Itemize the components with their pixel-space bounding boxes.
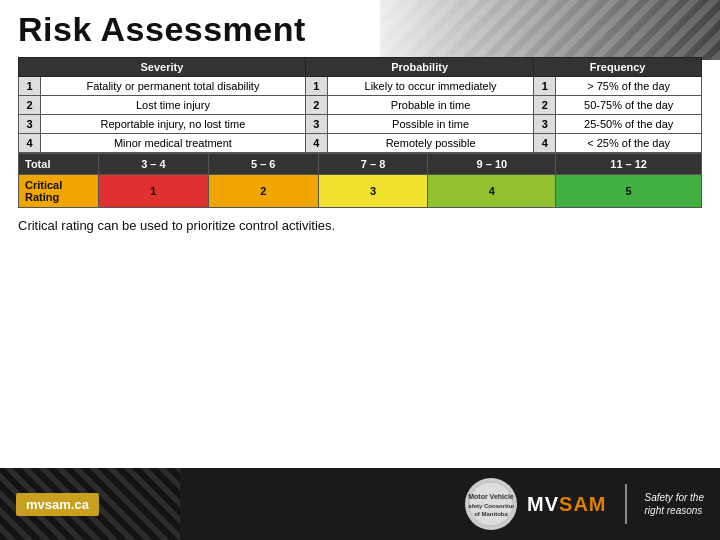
severity-header: Severity — [19, 58, 306, 77]
freq-num: 4 — [534, 134, 556, 153]
sev-num: 3 — [19, 115, 41, 134]
svg-text:Motor Vehicle: Motor Vehicle — [468, 493, 514, 500]
critical-rating-row: Critical Rating 1 2 3 4 5 — [19, 175, 702, 208]
total-table: Total 3 – 4 5 – 6 7 – 8 9 – 10 11 – 12 C… — [18, 153, 702, 208]
range-1: 3 – 4 — [99, 154, 209, 175]
sev-text: Reportable injury, no lost time — [41, 115, 306, 134]
freq-text: < 25% of the day — [556, 134, 702, 153]
prob-num: 4 — [305, 134, 327, 153]
prob-text: Likely to occur immediately — [327, 77, 534, 96]
table-row: 3 Reportable injury, no lost time 3 Poss… — [19, 115, 702, 134]
range-3: 7 – 8 — [318, 154, 428, 175]
probability-header: Probability — [305, 58, 534, 77]
caption-text: Critical rating can be used to prioritiz… — [18, 218, 702, 233]
logo-text-area: MVSAM — [527, 493, 606, 516]
freq-text: 50-75% of the day — [556, 96, 702, 115]
critical-value-3: 3 — [318, 175, 428, 208]
logo-circle: Motor Vehicle Safety Consortium of Manit… — [465, 478, 517, 530]
logo-sam: SAM — [559, 493, 606, 515]
main-content: Risk Assessment Severity Probability Fre… — [0, 0, 720, 233]
prob-num: 2 — [305, 96, 327, 115]
prob-text: Probable in time — [327, 96, 534, 115]
range-5: 11 – 12 — [556, 154, 702, 175]
svg-text:Safety Consortium: Safety Consortium — [468, 503, 514, 509]
critical-value-4: 4 — [428, 175, 556, 208]
critical-value-5: 5 — [556, 175, 702, 208]
sev-num: 4 — [19, 134, 41, 153]
logo-tagline: Safety for the right reasons — [645, 491, 704, 517]
logo-divider — [625, 484, 627, 524]
page-title: Risk Assessment — [18, 10, 702, 49]
sev-text: Fatality or permanent total disability — [41, 77, 306, 96]
freq-text: > 75% of the day — [556, 77, 702, 96]
freq-num: 2 — [534, 96, 556, 115]
prob-text: Possible in time — [327, 115, 534, 134]
critical-value-1: 1 — [99, 175, 209, 208]
critical-rating-label: Critical Rating — [19, 175, 99, 208]
total-row: Total 3 – 4 5 – 6 7 – 8 9 – 10 11 – 12 — [19, 154, 702, 175]
website-url: mvsam.ca — [16, 493, 99, 516]
sev-num: 1 — [19, 77, 41, 96]
prob-num: 1 — [305, 77, 327, 96]
total-label: Total — [19, 154, 99, 175]
bottom-bar: mvsam.ca Motor Vehicle Safety Consortium… — [0, 468, 720, 540]
sev-text: Minor medical treatment — [41, 134, 306, 153]
range-2: 5 – 6 — [208, 154, 318, 175]
freq-num: 1 — [534, 77, 556, 96]
range-4: 9 – 10 — [428, 154, 556, 175]
page-wrapper: Risk Assessment Severity Probability Fre… — [0, 0, 720, 540]
prob-num: 3 — [305, 115, 327, 134]
table-row: 1 Fatality or permanent total disability… — [19, 77, 702, 96]
critical-value-2: 2 — [208, 175, 318, 208]
logo-area: Motor Vehicle Safety Consortium of Manit… — [465, 478, 704, 530]
frequency-header: Frequency — [534, 58, 702, 77]
svg-text:of Manitoba: of Manitoba — [474, 511, 508, 517]
logo-name: MVSAM — [527, 493, 606, 516]
freq-text: 25-50% of the day — [556, 115, 702, 134]
risk-table: Severity Probability Frequency 1 Fatalit… — [18, 57, 702, 153]
tagline-line1: Safety for the — [645, 491, 704, 504]
tagline-line2: right reasons — [645, 504, 704, 517]
sev-num: 2 — [19, 96, 41, 115]
freq-num: 3 — [534, 115, 556, 134]
table-row: 2 Lost time injury 2 Probable in time 2 … — [19, 96, 702, 115]
logo-mv: MV — [527, 493, 559, 515]
table-row: 4 Minor medical treatment 4 Remotely pos… — [19, 134, 702, 153]
sev-text: Lost time injury — [41, 96, 306, 115]
prob-text: Remotely possible — [327, 134, 534, 153]
